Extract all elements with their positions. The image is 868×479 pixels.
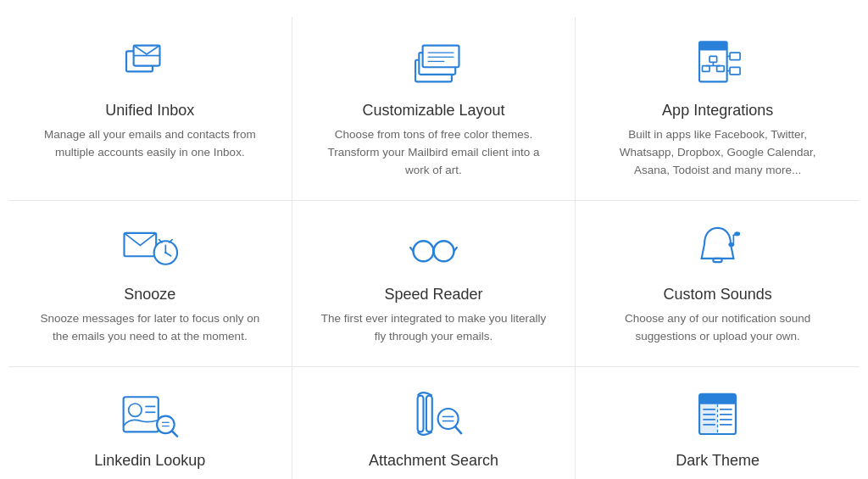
linkedin-lookup-title: Linkedin Lookup [94, 452, 205, 470]
unified-inbox-title: Unified Inbox [105, 102, 194, 120]
svg-rect-5 [423, 46, 459, 68]
svg-rect-45 [418, 395, 424, 432]
svg-point-28 [433, 241, 453, 261]
custom-sounds-icon [684, 218, 752, 277]
svg-rect-11 [709, 56, 717, 62]
feature-attachment-search: Attachment Search Find even year old att… [292, 367, 576, 479]
speed-reader-desc: The first ever integrated to make you li… [318, 310, 550, 346]
svg-line-48 [455, 426, 461, 433]
snooze-icon [116, 218, 184, 277]
linkedin-lookup-desc: Connect via Linkedin with only one click… [34, 476, 266, 479]
svg-point-34 [729, 242, 735, 247]
attachment-search-icon [399, 384, 467, 443]
snooze-desc: Snooze messages for later to focus only … [34, 310, 266, 346]
feature-dark-theme: Dark Theme Change between the Dark or Li… [576, 367, 860, 479]
snooze-title: Snooze [124, 286, 175, 304]
dark-theme-title: Dark Theme [676, 452, 760, 470]
attachment-search-desc: Find even year old attachments with our … [318, 476, 550, 479]
custom-sounds-title: Custom Sounds [664, 286, 772, 304]
feature-custom-sounds: Custom Sounds Choose any of our notifica… [576, 201, 860, 367]
svg-rect-14 [703, 66, 710, 72]
speed-reader-icon [399, 218, 467, 277]
svg-rect-46 [426, 395, 432, 432]
svg-point-36 [734, 231, 740, 236]
svg-point-27 [413, 241, 433, 261]
customizable-layout-icon [399, 34, 467, 93]
feature-app-integrations: App Integrations Built in apps like Face… [576, 17, 860, 201]
app-integrations-icon [684, 34, 752, 93]
svg-point-38 [129, 404, 142, 416]
app-integrations-title: App Integrations [662, 102, 773, 120]
feature-snooze: Snooze Snooze messages for later to focu… [8, 201, 292, 367]
customizable-layout-desc: Choose from tons of free color themes. T… [318, 126, 550, 180]
app-integrations-desc: Built in apps like Facebook, Twitter, Wh… [601, 126, 834, 180]
svg-rect-32 [714, 259, 722, 262]
svg-rect-16 [730, 53, 740, 60]
speed-reader-title: Speed Reader [384, 286, 482, 304]
dark-theme-desc: Change between the Dark or Lite theme wh… [601, 476, 834, 479]
svg-rect-10 [699, 42, 727, 50]
linkedin-lookup-icon [116, 384, 184, 443]
svg-line-42 [172, 431, 177, 436]
customizable-layout-title: Customizable Layout [362, 102, 504, 120]
feature-speed-reader: Speed Reader The first ever integrated t… [292, 201, 576, 367]
feature-unified-inbox: Unified Inbox Manage all your emails and… [8, 17, 292, 201]
attachment-search-title: Attachment Search [369, 452, 498, 470]
svg-rect-18 [730, 67, 740, 75]
feature-customizable-layout: Customizable Layout Choose from tons of … [292, 17, 576, 201]
custom-sounds-desc: Choose any of our notification sound sug… [601, 310, 834, 346]
svg-rect-15 [717, 66, 725, 72]
unified-inbox-desc: Manage all your emails and contacts from… [34, 126, 266, 162]
unified-inbox-icon [116, 34, 184, 93]
dark-theme-icon [684, 384, 752, 443]
features-grid: Unified Inbox Manage all your emails and… [0, 0, 868, 479]
svg-rect-52 [699, 393, 736, 404]
feature-linkedin-lookup: Linkedin Lookup Connect via Linkedin wit… [8, 367, 292, 479]
